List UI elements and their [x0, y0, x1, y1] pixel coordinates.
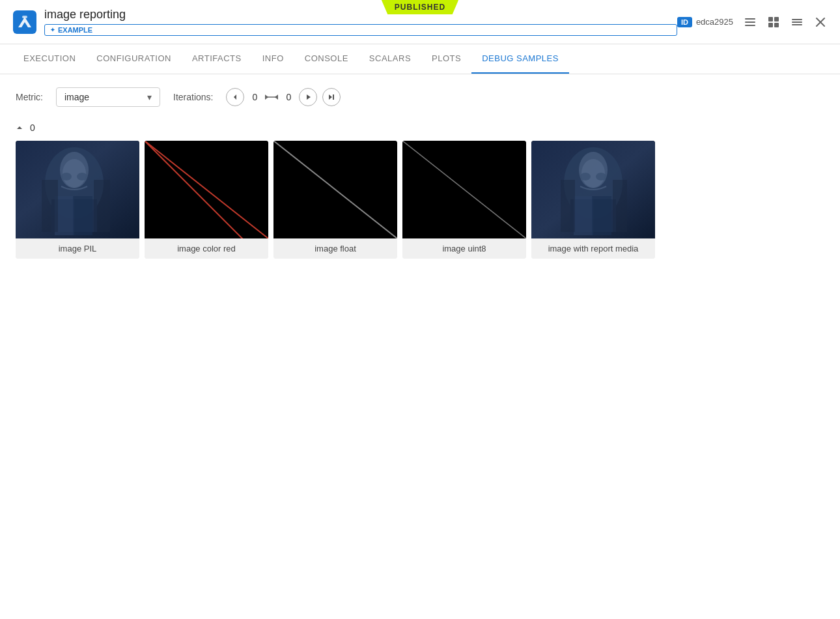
svg-rect-4	[745, 25, 755, 26]
tab-scalars[interactable]: SCALARS	[359, 44, 421, 74]
tab-artifacts[interactable]: ARTIFACTS	[182, 44, 252, 74]
header-right: ID edca2925	[677, 16, 827, 29]
section-header: 0	[16, 122, 824, 133]
svg-rect-8	[774, 23, 779, 27]
svg-rect-31	[42, 180, 58, 232]
svg-rect-7	[768, 23, 773, 27]
svg-rect-6	[774, 17, 779, 22]
tab-execution[interactable]: EXECUTION	[13, 44, 86, 74]
iter-separator	[265, 92, 278, 102]
chevron-down-icon: ▾	[147, 92, 152, 102]
image-thumbnail-report-media	[531, 141, 655, 238]
svg-rect-44	[574, 196, 593, 235]
svg-rect-2	[745, 18, 755, 20]
controls-row: Metric: image ▾ Iterations: 0 0	[16, 87, 824, 107]
close-icon[interactable]	[814, 16, 827, 29]
svg-rect-28	[73, 196, 92, 235]
tab-console[interactable]: CONSOLE	[294, 44, 359, 74]
svg-rect-20	[333, 94, 334, 100]
image-thumbnail-float	[273, 141, 397, 238]
svg-point-47	[596, 173, 606, 180]
svg-marker-17	[275, 95, 278, 99]
tab-info[interactable]: INFO	[252, 44, 294, 74]
list-view-icon[interactable]	[744, 16, 757, 29]
image-caption-float: image float	[273, 238, 397, 259]
image-caption-uint8: image uint8	[402, 238, 526, 259]
image-grid: image PIL image color red image float	[16, 141, 824, 259]
svg-rect-11	[792, 24, 802, 25]
svg-point-30	[77, 173, 87, 180]
prev-iteration-button[interactable]	[226, 88, 244, 106]
skip-end-button[interactable]	[322, 88, 341, 106]
image-card-uint8[interactable]: image uint8	[402, 141, 526, 259]
metric-dropdown[interactable]: image ▾	[56, 87, 160, 107]
app-title: image reporting	[44, 8, 677, 22]
image-caption-report-media: image with report media	[531, 238, 655, 259]
svg-rect-32	[94, 180, 110, 232]
id-badge: ID edca2925	[677, 17, 733, 27]
header-left: image reporting EXAMPLE	[44, 8, 677, 36]
svg-marker-16	[265, 95, 268, 99]
svg-point-29	[61, 173, 72, 180]
svg-marker-14	[234, 94, 236, 100]
main-content: Metric: image ▾ Iterations: 0 0	[0, 74, 840, 272]
iterations-controls: 0 0	[226, 88, 341, 106]
svg-point-46	[580, 173, 591, 180]
iteration-to: 0	[283, 92, 294, 102]
image-caption-color-red: image color red	[145, 238, 268, 259]
image-card-report-media[interactable]: image with report media	[531, 141, 655, 259]
image-card-pil[interactable]: image PIL	[16, 141, 139, 259]
svg-rect-1	[22, 16, 27, 18]
svg-marker-18	[307, 94, 311, 100]
svg-rect-5	[768, 17, 773, 22]
tab-debug-samples[interactable]: DEBUG SAMPLES	[471, 44, 569, 74]
image-card-float[interactable]: image float	[273, 141, 397, 259]
svg-rect-9	[792, 19, 802, 20]
metric-label: Metric:	[16, 92, 43, 102]
example-badge: EXAMPLE	[44, 24, 677, 36]
id-label: ID	[677, 17, 692, 27]
id-value: edca2925	[696, 17, 733, 27]
tab-configuration[interactable]: CONFIGURATION	[86, 44, 182, 74]
svg-marker-21	[17, 126, 22, 129]
image-view-icon[interactable]	[767, 16, 780, 29]
app-logo	[13, 10, 36, 34]
tab-plots[interactable]: PLOTS	[421, 44, 471, 74]
section-number: 0	[30, 122, 35, 133]
image-caption-pil: image PIL	[16, 238, 139, 259]
collapse-button[interactable]	[16, 124, 23, 132]
nav-tabs: EXECUTION CONFIGURATION ARTIFACTS INFO C…	[0, 44, 840, 74]
svg-rect-10	[792, 22, 802, 23]
svg-rect-48	[561, 180, 575, 232]
svg-rect-45	[592, 196, 611, 235]
image-thumbnail-uint8	[402, 141, 526, 238]
metric-value: image	[64, 92, 89, 102]
svg-rect-3	[745, 22, 755, 23]
svg-marker-19	[329, 94, 332, 100]
image-card-color-red[interactable]: image color red	[145, 141, 268, 259]
image-thumbnail-pil	[16, 141, 139, 238]
svg-rect-49	[613, 180, 627, 232]
play-button[interactable]	[299, 88, 317, 106]
menu-icon[interactable]	[791, 16, 804, 29]
iteration-from: 0	[249, 92, 260, 102]
iterations-label: Iterations:	[173, 92, 213, 102]
published-banner: PUBLISHED	[382, 0, 458, 14]
image-thumbnail-color-red	[145, 141, 268, 238]
